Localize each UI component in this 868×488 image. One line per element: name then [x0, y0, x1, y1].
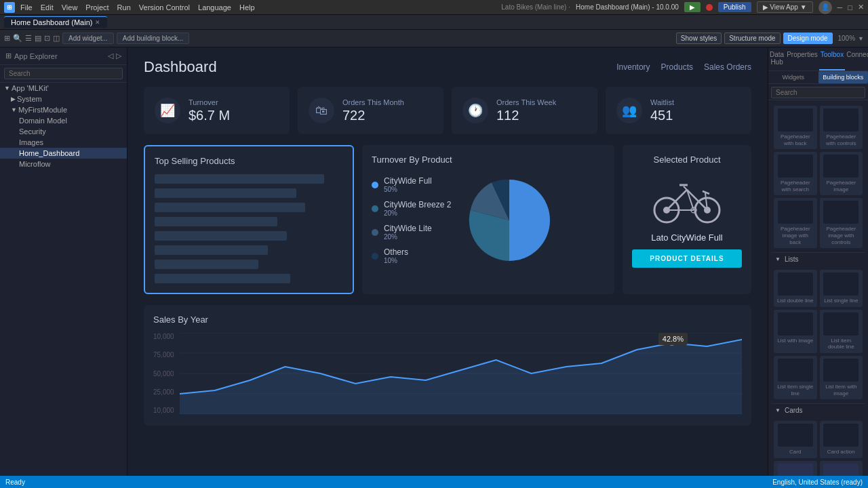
user-avatar[interactable]: 👤 [818, 1, 832, 14]
widget-card[interactable]: Card [774, 421, 817, 458]
menu-run[interactable]: Run [117, 3, 131, 12]
sidebar-item-label: MyFirstModule [18, 106, 67, 114]
sidebar-item-domain-model[interactable]: Domain Model [0, 115, 127, 126]
product-name-label: Lato CityWide Full [651, 232, 722, 243]
sidebar-expand-icon[interactable]: ▷ [116, 52, 121, 60]
widget-preview [823, 312, 859, 336]
nav-sales-orders[interactable]: Sales Orders [704, 62, 751, 72]
bar-5 [155, 231, 287, 241]
structure-mode-button[interactable]: Structure mode [724, 33, 780, 44]
widget-preview [778, 312, 813, 336]
sidebar-item-system[interactable]: ▶ System [0, 94, 127, 104]
menu-bar[interactable]: File Edit View Project Run Version Contr… [20, 3, 255, 12]
widget-pageheader-image[interactable]: Pageheader image [820, 152, 863, 195]
toolbar-icon-5[interactable]: ⊡ [44, 34, 50, 43]
design-mode-button[interactable]: Design mode [783, 33, 833, 44]
turnover-title: Turnover By Product [372, 155, 605, 165]
product-details-button[interactable]: PRODUCT DETAILS [632, 249, 742, 268]
widget-pageheader-back[interactable]: Pageheader with back [774, 106, 817, 149]
tab-data-hub[interactable]: Data Hub [768, 47, 785, 70]
widget-list-with-image[interactable]: List with image [774, 310, 817, 353]
toolbar-icon-4[interactable]: ▤ [35, 34, 41, 43]
widget-label: Card action [827, 449, 855, 455]
widget-list-item-image[interactable]: List item with image [820, 356, 863, 399]
turnover-label: Turnover [189, 98, 230, 106]
run-button[interactable]: ▶ [684, 2, 701, 12]
widget-preview [823, 272, 859, 296]
toolbar-icon-6[interactable]: ◫ [53, 34, 60, 43]
menu-file[interactable]: File [20, 3, 33, 12]
widget-preview [778, 201, 813, 224]
widget-pageheader-image-back[interactable]: Pageheader image with back [774, 198, 817, 248]
zoom-down-icon[interactable]: ▼ [858, 35, 864, 42]
legend-text-1: CityWide Full 50% [384, 176, 432, 193]
toolbar-icon-3[interactable]: ☰ [25, 34, 32, 43]
y-label-4: 25,000 [153, 388, 174, 396]
main-tab[interactable]: Home Dashboard (Main) ✕ [4, 16, 107, 28]
right-search-input[interactable] [771, 87, 865, 98]
widget-preview [778, 155, 813, 178]
widget-list-single-line[interactable]: List single line [820, 270, 863, 307]
orders-month-value: 722 [342, 108, 404, 123]
menu-edit[interactable]: Edit [41, 3, 54, 12]
lists-grid: List double line List single line List w… [771, 266, 865, 403]
menu-version-control[interactable]: Version Control [139, 3, 190, 12]
nav-inventory[interactable]: Inventory [616, 62, 650, 72]
widget-list-double-line[interactable]: List double line [774, 270, 817, 307]
top-selling-title: Top Selling Products [155, 156, 343, 166]
widget-pageheader-search[interactable]: Pageheader with search [774, 152, 817, 195]
widget-list-item-double-line[interactable]: List item double line [820, 310, 863, 353]
right-search-bar [768, 84, 868, 100]
menu-project[interactable]: Project [85, 3, 108, 12]
lists-section-header[interactable]: ▼ Lists [771, 252, 865, 266]
maximize-button[interactable]: □ [848, 3, 852, 12]
subtab-widgets[interactable]: Widgets [768, 71, 818, 83]
widget-pageheader-controls[interactable]: Pageheader with controls [820, 106, 863, 149]
sidebar-item-security[interactable]: Security [0, 126, 127, 137]
toolbar-icon-1[interactable]: ⊞ [4, 34, 10, 43]
menu-view[interactable]: View [62, 3, 78, 12]
minimize-button[interactable]: ─ [837, 3, 843, 12]
widget-preview [823, 201, 859, 224]
stat-card-orders-week: 🕐 Orders This Week 112 [452, 87, 597, 134]
widget-pageheader-image-controls[interactable]: Pageheader image with controls [820, 198, 863, 248]
widget-list-item-single-line[interactable]: List item single line [774, 356, 817, 399]
sidebar-item-home-dashboard[interactable]: Home_Dashboard [0, 148, 127, 159]
svg-marker-18 [180, 340, 742, 414]
view-app-button[interactable]: ▶ View App ▼ [757, 1, 813, 13]
sidebar-item-microflow[interactable]: Microflow [0, 159, 127, 169]
widget-label: Pageheader with search [776, 180, 814, 192]
legend-name-3: CityWide Lite [384, 224, 432, 233]
legend-citywide-lite: CityWide Lite 20% [372, 224, 451, 241]
selected-product-title: Selected Product [653, 155, 720, 165]
sidebar-item-app[interactable]: ▼ App 'MLKit' [0, 83, 127, 94]
widget-label: List item single line [776, 384, 814, 396]
show-styles-button[interactable]: Show styles [676, 33, 722, 44]
y-label-2: 75,000 [153, 351, 174, 359]
tab-toolbox[interactable]: Toolbox [819, 47, 845, 70]
zoom-level: 100% [838, 35, 856, 42]
subtab-building-blocks[interactable]: Building blocks [818, 71, 869, 83]
add-building-block-button[interactable]: Add building block... [117, 33, 190, 44]
tab-close-icon[interactable]: ✕ [95, 19, 100, 26]
cards-section-header[interactable]: ▼ Cards [771, 403, 865, 417]
sidebar-search-input[interactable] [4, 68, 123, 79]
sidebar-item-images[interactable]: Images [0, 137, 127, 148]
tab-connector[interactable]: Connector [845, 47, 868, 70]
widget-preview [778, 272, 813, 296]
widget-card-action[interactable]: Card action [820, 421, 863, 458]
tab-properties[interactable]: Properties [785, 47, 819, 70]
bar-3 [155, 203, 305, 212]
nav-products[interactable]: Products [661, 62, 693, 72]
toolbar-icon-2[interactable]: 🔍 [13, 34, 22, 43]
close-button[interactable]: ✕ [858, 3, 864, 12]
bike-svg [650, 176, 724, 224]
sidebar-collapse-icon[interactable]: ◁ [108, 52, 113, 60]
menu-language[interactable]: Language [198, 3, 231, 12]
legend-pct-1: 50% [384, 186, 432, 193]
menu-help[interactable]: Help [239, 3, 255, 12]
publish-button[interactable]: Publish [718, 2, 751, 12]
main-layout: ⊞ App Explorer ◁ ▷ ▼ App 'MLKit' ▶ Syste… [0, 47, 868, 488]
sidebar-item-module[interactable]: ▼ MyFirstModule [0, 104, 127, 115]
add-widget-button[interactable]: Add widget... [62, 33, 114, 44]
